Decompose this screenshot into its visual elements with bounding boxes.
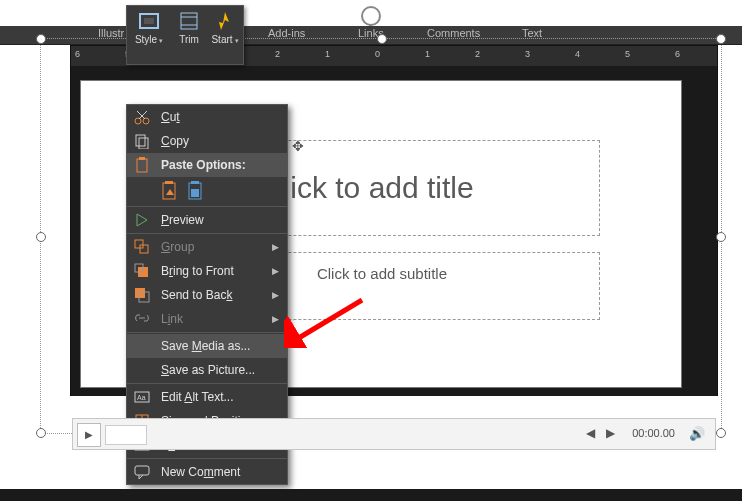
chevron-down-icon: ▾: [159, 37, 163, 44]
svg-rect-10: [139, 138, 148, 149]
step-forward-button[interactable]: ▶: [606, 426, 615, 440]
copy-icon: [134, 133, 150, 149]
media-playback-bar: ▶ ◀ ▶ 00:00.00 🔊: [72, 418, 716, 450]
start-icon: [214, 10, 236, 32]
submenu-arrow-icon: ▶: [272, 235, 279, 259]
play-button[interactable]: ▶: [77, 423, 101, 447]
status-bar: [0, 489, 742, 501]
svg-point-5: [135, 118, 141, 124]
paste-picture-icon[interactable]: [187, 181, 207, 201]
menu-label: Cut: [161, 110, 180, 124]
svg-rect-22: [135, 288, 145, 298]
menu-label: Bring to Front: [161, 264, 234, 278]
alt-text-icon: Aa: [134, 389, 150, 405]
chevron-down-icon: ▾: [235, 37, 239, 44]
menu-group[interactable]: Group▶: [127, 235, 287, 259]
svg-point-6: [143, 118, 149, 124]
menu-bring-to-front[interactable]: Bring to Front▶: [127, 259, 287, 283]
play-icon: ▶: [85, 429, 93, 440]
play-icon: [134, 212, 150, 228]
ribbon-start-button[interactable]: Start▾: [207, 10, 243, 45]
resize-handle-ne[interactable]: [716, 34, 726, 44]
menu-label: Link: [161, 312, 183, 326]
media-thumbnail: [105, 425, 147, 445]
svg-rect-9: [136, 135, 145, 146]
resize-handle-se[interactable]: [716, 428, 726, 438]
svg-rect-30: [135, 466, 149, 475]
rotation-handle[interactable]: [361, 6, 381, 26]
send-back-icon: [134, 287, 150, 303]
media-time: 00:00.00: [632, 427, 675, 439]
menu-send-to-back[interactable]: Send to Back▶: [127, 283, 287, 307]
cut-icon: [134, 109, 150, 125]
svg-rect-14: [165, 181, 173, 184]
paste-icon: [134, 157, 150, 173]
video-format-ribbon-group: Style▾ Trim Start▾: [126, 5, 244, 65]
paste-options-row: [127, 177, 287, 205]
comment-icon: [134, 464, 150, 480]
step-back-button[interactable]: ◀: [586, 426, 595, 440]
ribbon-trim-button[interactable]: Trim: [171, 10, 207, 45]
svg-rect-11: [137, 159, 147, 172]
menu-label: Paste Options:: [161, 158, 246, 172]
menu-cut[interactable]: Cut: [127, 105, 287, 129]
bring-front-icon: [134, 263, 150, 279]
menu-link[interactable]: Link▶: [127, 307, 287, 331]
resize-handle-nw[interactable]: [36, 34, 46, 44]
move-cursor-icon: ✥: [292, 138, 304, 154]
video-style-icon: [138, 10, 160, 32]
submenu-arrow-icon: ▶: [272, 283, 279, 307]
svg-rect-16: [191, 181, 199, 184]
menu-save-as-picture[interactable]: Save as Picture...: [127, 358, 287, 382]
menu-label: Save as Picture...: [161, 363, 255, 377]
svg-rect-19: [140, 245, 148, 253]
menu-label: Preview: [161, 213, 204, 227]
resize-handle-e[interactable]: [716, 232, 726, 242]
menu-label: Save Media as...: [161, 339, 250, 353]
svg-rect-1: [144, 18, 154, 24]
resize-handle-w[interactable]: [36, 232, 46, 242]
menu-label: Send to Back: [161, 288, 232, 302]
menu-preview[interactable]: Preview: [127, 208, 287, 232]
link-icon: [134, 311, 150, 327]
menu-edit-alt-text[interactable]: Aa Edit Alt Text...: [127, 385, 287, 409]
menu-label: Edit Alt Text...: [161, 390, 234, 404]
svg-rect-2: [181, 13, 197, 29]
menu-paste-options-header: Paste Options:: [127, 153, 287, 177]
svg-rect-12: [139, 157, 145, 160]
ribbon-style-button[interactable]: Style▾: [131, 10, 167, 45]
svg-text:Aa: Aa: [137, 394, 146, 401]
submenu-arrow-icon: ▶: [272, 259, 279, 283]
trim-icon: [178, 10, 200, 32]
menu-copy[interactable]: Copy: [127, 129, 287, 153]
svg-rect-18: [135, 240, 143, 248]
resize-handle-n[interactable]: [377, 34, 387, 44]
submenu-arrow-icon: ▶: [272, 307, 279, 331]
menu-save-media-as[interactable]: Save Media as...: [127, 334, 287, 358]
menu-label: New Comment: [161, 465, 240, 479]
menu-label: Copy: [161, 134, 189, 148]
menu-label: Group: [161, 240, 194, 254]
menu-new-comment[interactable]: New Comment: [127, 460, 287, 484]
resize-handle-sw[interactable]: [36, 428, 46, 438]
paste-keep-formatting-icon[interactable]: [161, 181, 181, 201]
svg-rect-17: [191, 189, 199, 197]
group-icon: [134, 239, 150, 255]
volume-icon[interactable]: 🔊: [689, 426, 705, 441]
